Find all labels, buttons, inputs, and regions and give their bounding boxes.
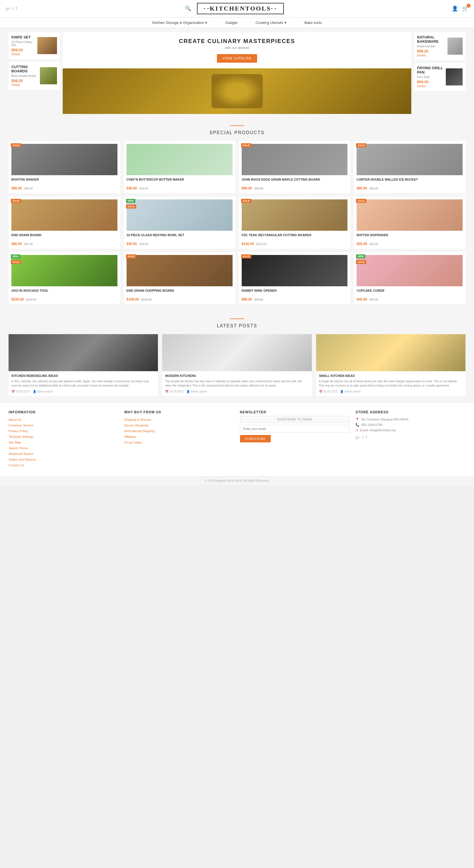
footer-info-link[interactable]: Template Settings <box>8 435 33 438</box>
nav-item-kitchen-storage[interactable]: Kitchen Storage & Organization ▾ <box>152 21 207 25</box>
product-old-price: $160.00 <box>26 298 36 301</box>
footer-whybuy-link[interactable]: Affiliates <box>124 435 136 438</box>
cart-icon[interactable]: 🛒 1 <box>462 5 468 12</box>
product-current-price: $40.00 <box>126 186 137 190</box>
product-name: END GRAIN BOARD <box>11 233 117 241</box>
product-name: 10 PIECE GLASS NESTING BOWL SET <box>126 233 233 241</box>
facebook-icon[interactable]: f <box>16 6 17 11</box>
footer-info-title: INFORMATION <box>8 410 119 414</box>
post-image <box>162 334 312 371</box>
product-price: $40.00 $18.00 <box>126 186 233 190</box>
product-current-price: $80.00 <box>357 186 367 190</box>
banner-bakeware-title: NATURAL BAKEWARE <box>417 35 447 43</box>
new-badge: NEW <box>356 254 365 258</box>
footer-newsletter-title: NEWSLETTER <box>240 410 350 414</box>
email-field[interactable] <box>240 425 350 433</box>
product-image <box>11 255 117 286</box>
footer-info-link[interactable]: Advanced Search <box>8 452 33 456</box>
product-card: SALE END GRAIN CHOPPING BOARD $100.00 $1… <box>124 252 235 304</box>
user-icon[interactable]: 👤 <box>452 5 458 12</box>
banner-knife-details[interactable]: Details <box>11 53 20 56</box>
footer-info-link[interactable]: Orders and Returns <box>8 458 36 461</box>
footer-twitter-icon[interactable]: t <box>362 435 363 439</box>
subscribe-label: SUBSCRIBE TO NEWS <box>240 416 350 423</box>
post-author: 👤 admin admin <box>33 390 53 393</box>
product-current-price: $25.00 <box>357 242 367 246</box>
footer-whybuy-link[interactable]: Group Sales <box>124 441 142 444</box>
footer-newsletter: NEWSLETTER SUBSCRIBE TO NEWS SUBSCRIBE <box>240 410 350 469</box>
special-products-title: SPECIAL PRODUCTS <box>8 130 466 135</box>
banner-bakeware-details[interactable]: Details <box>417 54 426 57</box>
nav-item-gadget[interactable]: Gadget <box>225 21 237 25</box>
product-image <box>126 199 233 231</box>
footer-whybuy-link[interactable]: Shipping & Returns <box>124 418 151 421</box>
product-old-price: $50.00 <box>369 298 378 301</box>
product-price: $25.00 $33.00 <box>357 242 463 246</box>
nav-item-cooking-utensils[interactable]: Cooking Utensils ▾ <box>256 21 286 25</box>
banner-knife-price: $59.25 <box>11 48 37 52</box>
product-name: BOSTON SHAKER <box>11 178 117 185</box>
banner-cutting-details[interactable]: Details <box>11 84 20 87</box>
cart-badge: 1 <box>467 4 471 8</box>
footer-whybuy-link[interactable]: Secure Shopping <box>124 424 148 427</box>
product-old-price: $18.00 <box>139 187 148 190</box>
footer-info-link[interactable]: Site Map <box>8 441 21 444</box>
product-name: CHEF'N BUTTERCUP BUTTER MAKER <box>126 178 233 185</box>
special-products-section: SPECIAL PRODUCTS SALE BOSTON SHAKER $80.… <box>0 118 474 311</box>
product-image <box>126 144 233 175</box>
banner-frying-price: $59.25 <box>417 80 446 84</box>
product-old-price: $99.00 <box>255 187 263 190</box>
google-plus-icon[interactable]: g+ <box>6 6 10 11</box>
product-current-price: $90.00 <box>242 298 252 301</box>
footer-info-link[interactable]: Privacy Policy <box>8 429 28 433</box>
product-name: BATTER DISPENSER <box>357 233 463 241</box>
product-card: NEWSALE CUPCAKE CORER $40.00 $50.00 <box>354 252 466 304</box>
post-title: KITCHEN REMODELING IDEAS <box>11 374 155 377</box>
product-price: $80.00 $99.00 <box>242 186 348 190</box>
post-title: MODERN KITCHENS <box>165 374 309 377</box>
footer-info-link[interactable]: About Us <box>8 418 21 421</box>
product-old-price: $95.00 <box>24 187 33 190</box>
product-card: CHEF'N BUTTERCUP BUTTER MAKER $40.00 $18… <box>124 141 235 193</box>
footer-facebook-icon[interactable]: f <box>366 435 367 439</box>
product-image <box>242 144 348 175</box>
product-name: FSC TEAK RECTANGULAR CUTTING BOARDS <box>242 233 348 241</box>
twitter-icon[interactable]: t <box>12 6 14 11</box>
view-catalog-button[interactable]: VIEW CATALOG <box>217 54 257 63</box>
product-card: SALE END GRAIN BOARD $80.00 $87.00 <box>8 196 120 249</box>
product-price: $30.00 $36.00 <box>126 242 233 246</box>
subscribe-button[interactable]: SUBSCRIBE <box>240 435 271 442</box>
search-icon[interactable]: 🔍 <box>185 5 191 12</box>
product-image <box>357 199 463 231</box>
product-card: SALE BATTER DISPENSER $25.00 $33.00 <box>354 196 466 249</box>
product-name: END GRAIN CHOPPING BOARD <box>126 288 233 296</box>
post-date: 📅 16.09.2015 <box>165 390 183 393</box>
footer-whybuy-title: WHY BUY FROM US <box>124 410 234 414</box>
nav-item-bake-tools[interactable]: Bake tools <box>304 21 322 25</box>
banner-center: CREATE CULINARY MASTERPIECES with our de… <box>63 32 411 114</box>
banner-center-title: CREATE CULINARY MASTERPIECES <box>179 38 295 44</box>
main-nav: Kitchen Storage & Organization ▾ · Gadge… <box>0 18 474 28</box>
footer-info-link[interactable]: Search Terms <box>8 446 28 450</box>
banner-bakeware-desc: bread loaf pan <box>417 45 447 48</box>
post-card: SMALL KITCHEN IDEAS A single-file kitche… <box>316 334 466 396</box>
product-old-price: $99.00 <box>255 298 263 301</box>
banner-frying-details[interactable]: Details <box>417 85 426 88</box>
product-price: $90.00 $99.00 <box>242 298 348 301</box>
product-price: $40.00 $50.00 <box>357 298 463 301</box>
footer-store-address: STORE ADDRESS 📍 My Company Glasgow D04 8… <box>355 410 466 469</box>
footer-info-link[interactable]: Customer Service <box>8 424 33 427</box>
footer-google-plus-icon[interactable]: g+ <box>355 435 360 439</box>
post-author: 👤 admin admin <box>186 390 207 393</box>
banner-food-image <box>63 68 411 114</box>
banner-left: KNIFE SET 16 Piece Cutlery Set $59.25 De… <box>8 32 60 114</box>
banner-frying-desc: from Tefal <box>417 75 446 79</box>
banner-card-cutting: CUTTING BOARDS Best wooden board $59.25 … <box>8 62 60 90</box>
product-old-price: $113.00 <box>256 242 267 246</box>
footer-whybuy-link[interactable]: International Shipping <box>124 429 154 433</box>
product-price: $80.00 $99.00 <box>357 186 463 190</box>
footer-info-link[interactable]: Contact Us <box>8 464 24 467</box>
product-current-price: $80.00 <box>11 186 22 190</box>
product-price: $100.00 $138.00 <box>126 298 233 301</box>
product-price: $150.00 $160.00 <box>11 298 117 301</box>
